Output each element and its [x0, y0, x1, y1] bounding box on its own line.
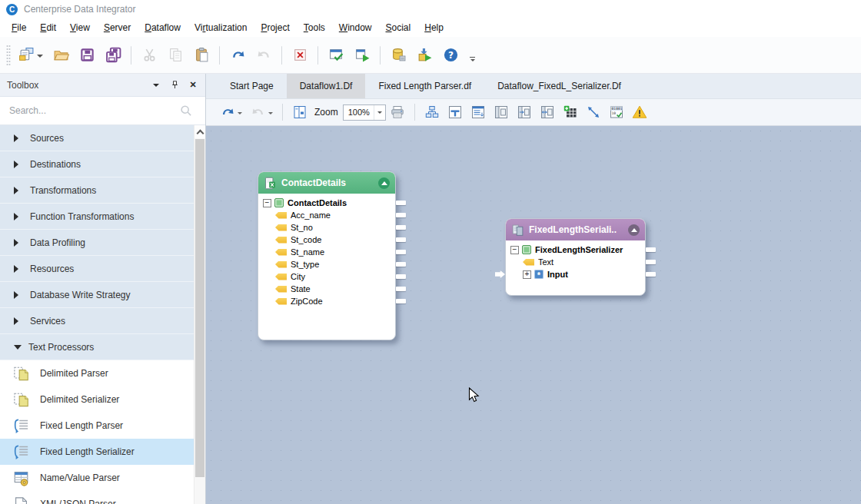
tree-row[interactable]: Text — [506, 256, 645, 268]
document-tab[interactable]: Dataflow_FixedL_Serializer.Df — [484, 74, 634, 98]
open-button[interactable] — [50, 45, 71, 66]
toolbox-category[interactable]: Destinations — [0, 151, 194, 177]
menu-item[interactable]: Dataflow — [138, 20, 188, 35]
expand-collapse-nodes-button[interactable] — [468, 102, 488, 122]
menu-item[interactable]: Tools — [297, 20, 332, 35]
input-port[interactable] — [495, 270, 505, 278]
tree-row[interactable]: FixedLengthSerializer — [506, 244, 645, 256]
add-grid-button[interactable] — [560, 102, 580, 122]
deploy-button[interactable] — [414, 45, 435, 66]
collapse-node-button[interactable] — [378, 177, 390, 189]
link-elements-button[interactable] — [514, 102, 534, 122]
show-ports-button[interactable] — [491, 102, 511, 122]
expander-icon[interactable] — [523, 270, 531, 279]
collapse-node-button[interactable] — [628, 224, 640, 236]
toolbox-category[interactable]: Data Profiling — [0, 230, 194, 256]
expander-icon[interactable] — [263, 199, 271, 207]
tree-row[interactable]: City — [258, 270, 395, 283]
toolbar-grip[interactable] — [6, 45, 11, 66]
toolbox-item[interactable]: Delimited Serializer — [0, 386, 194, 413]
menu-item[interactable]: Server — [97, 20, 138, 35]
close-toolbox-button[interactable] — [188, 80, 198, 91]
menu-item[interactable]: Virtualization — [188, 20, 254, 35]
toolbox-item[interactable]: Name/Value Parser — [0, 465, 194, 491]
tree-row[interactable]: St_code — [258, 234, 395, 246]
horizontal-layout-button[interactable] — [422, 102, 442, 122]
help-button[interactable] — [440, 45, 461, 66]
document-tab[interactable]: Start Page — [217, 74, 287, 98]
expander-icon[interactable] — [510, 246, 519, 254]
document-tab[interactable]: Dataflow1.Df — [287, 74, 366, 98]
zoom-level-select[interactable]: 100% — [343, 104, 386, 121]
output-port[interactable] — [646, 260, 656, 264]
toolbox-item[interactable]: XML/JSON Parser — [0, 491, 194, 504]
toolbox-category[interactable]: Sources — [0, 125, 194, 151]
output-port[interactable] — [396, 225, 406, 230]
output-port[interactable] — [396, 237, 406, 242]
tree-row[interactable]: St_no — [258, 221, 395, 234]
output-port[interactable] — [646, 272, 656, 277]
dataflow-canvas[interactable]: ContactDetails ContactDetails — [206, 126, 861, 504]
save-button[interactable] — [76, 45, 98, 66]
contactdetails-node[interactable]: ContactDetails ContactDetails — [258, 171, 396, 340]
toolbox-item[interactable]: Fixed Length Serializer — [0, 439, 194, 465]
toolbox-category[interactable]: Services — [0, 308, 194, 334]
undo-button[interactable] — [217, 102, 244, 122]
toolbox-item[interactable]: Delimited Parser — [0, 360, 194, 386]
output-port[interactable] — [646, 247, 656, 252]
draw-link-button[interactable] — [583, 102, 603, 122]
toolbox-category[interactable]: Resources — [0, 256, 194, 282]
scrollbar-up-button[interactable] — [194, 125, 205, 138]
auto-layout-button[interactable] — [290, 102, 310, 122]
verify-dataflow-button[interactable] — [325, 45, 347, 66]
undo-button[interactable] — [227, 45, 248, 66]
start-dataflow-button[interactable] — [351, 45, 373, 66]
window-position-menu-button[interactable] — [151, 80, 161, 91]
redo-button[interactable] — [253, 45, 274, 66]
menu-item[interactable]: Project — [254, 20, 296, 35]
menu-item[interactable]: View — [63, 20, 97, 35]
search-input[interactable] — [9, 105, 171, 116]
menu-item[interactable]: Window — [332, 20, 379, 35]
menu-item[interactable]: File — [5, 20, 33, 35]
scrollbar-thumb[interactable] — [195, 139, 204, 477]
fixedlengthserializer-node[interactable]: FixedLengthSeriali.. FixedLengthSerializ… — [505, 218, 646, 296]
auto-hide-pin-button[interactable] — [169, 80, 180, 91]
output-port[interactable] — [396, 299, 406, 303]
output-port[interactable] — [396, 274, 406, 279]
tree-row[interactable]: ContactDetails — [258, 197, 395, 209]
output-port[interactable] — [396, 250, 406, 254]
delete-button[interactable] — [289, 45, 311, 66]
output-port[interactable] — [396, 262, 406, 267]
auto-map-button[interactable] — [537, 102, 557, 122]
save-all-button[interactable] — [102, 45, 124, 66]
node-header[interactable]: FixedLengthSeriali.. — [506, 219, 645, 240]
tree-row[interactable]: ZipCode — [258, 295, 395, 307]
tree-row[interactable]: St_type — [258, 258, 395, 270]
tree-row[interactable]: Input — [506, 268, 645, 280]
toolbox-category[interactable]: Database Write Strategy — [0, 282, 194, 308]
output-port[interactable] — [396, 201, 406, 205]
tree-row[interactable]: State — [258, 283, 395, 295]
copy-button[interactable] — [165, 45, 186, 66]
output-port[interactable] — [396, 287, 406, 291]
output-port[interactable] — [396, 213, 406, 217]
redo-button[interactable] — [248, 102, 275, 122]
tree-row[interactable]: St_name — [258, 246, 395, 258]
menu-item[interactable]: Help — [417, 20, 450, 35]
paste-button[interactable] — [191, 45, 212, 66]
print-button[interactable] — [387, 102, 407, 122]
toolbox-category[interactable]: Function Transformations — [0, 204, 194, 230]
node-header[interactable]: ContactDetails — [258, 172, 395, 194]
new-button[interactable] — [16, 45, 45, 66]
preview-data-button[interactable] — [607, 102, 627, 122]
toolbox-category[interactable]: Transformations — [0, 177, 194, 204]
cut-button[interactable] — [138, 45, 160, 66]
tree-row[interactable]: Acc_name — [258, 209, 395, 221]
menu-item[interactable]: Social — [379, 20, 418, 35]
toolbox-category[interactable]: Text Processors — [0, 334, 194, 360]
vertical-layout-button[interactable] — [445, 102, 465, 122]
toolbar-overflow-button[interactable] — [470, 57, 475, 64]
toolbox-item[interactable]: Fixed Length Parser — [0, 413, 194, 439]
menu-item[interactable]: Edit — [33, 20, 63, 35]
